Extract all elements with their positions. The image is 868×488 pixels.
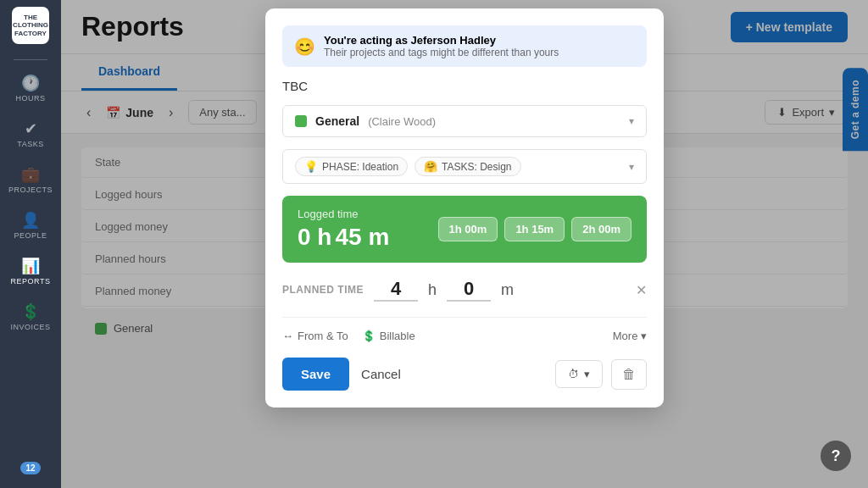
tags-chevron-icon: ▾ (629, 161, 634, 173)
logged-time-value: 0 h 45 m (298, 224, 389, 251)
timer-button[interactable]: ⏱ ▾ (555, 360, 603, 388)
logged-minutes: 45 m (335, 224, 389, 251)
planned-time-label: PLANNED TIME (282, 284, 364, 296)
timer-chevron-icon: ▾ (584, 368, 590, 380)
modal-overlay[interactable]: 😊 You're acting as Jeferson Hadley Their… (61, 0, 868, 488)
acting-as-banner: 😊 You're acting as Jeferson Hadley Their… (282, 25, 647, 67)
logged-time-section: Logged time 0 h 45 m 1h 00m 1h 15m 2h 00… (282, 196, 647, 263)
people-icon: 👤 (21, 211, 40, 230)
project-color-dot (295, 115, 307, 127)
acting-avatar: 😊 (294, 36, 315, 57)
project-chevron-icon: ▾ (629, 115, 634, 127)
planned-minutes-input[interactable] (447, 278, 491, 302)
cancel-button[interactable]: Cancel (358, 360, 404, 388)
tag-chip-phase: 💡 PHASE: Ideation (295, 157, 408, 176)
from-to-button[interactable]: ↔ From & To (282, 326, 348, 346)
planned-time-row: PLANNED TIME h m ✕ (282, 274, 647, 305)
tag-chip-tasks: 🤗 TASKS: Design (415, 157, 520, 176)
phase-label: PHASE: Ideation (322, 161, 398, 173)
acting-sub: Their projects and tags might be differe… (324, 47, 559, 58)
quick-time-2[interactable]: 1h 15m (504, 217, 565, 241)
options-row: ↔ From & To 💲 Billable More ▾ (282, 317, 647, 346)
logo[interactable]: THE CLOTHING FACTORY (12, 7, 49, 44)
timer-icon: ⏱ (568, 368, 579, 380)
planned-minutes-unit: m (501, 281, 514, 299)
project-sub: (Claire Wood) (368, 115, 436, 128)
tags-row[interactable]: 💡 PHASE: Ideation 🤗 TASKS: Design ▾ (282, 149, 647, 184)
tasks-tag-icon: 🤗 (424, 160, 437, 173)
hours-icon: 🕐 (21, 74, 40, 92)
phase-icon: 💡 (304, 160, 318, 173)
project-name: General (315, 114, 359, 128)
acting-name: You're acting as Jeferson Hadley (324, 34, 559, 47)
notification-badge[interactable]: 12 (20, 462, 40, 474)
more-button[interactable]: More ▾ (613, 330, 647, 342)
tbc-label: TBC (282, 79, 647, 93)
action-row: Save Cancel ⏱ ▾ 🗑 (282, 358, 647, 391)
sidebar-item-reports[interactable]: 📊 REPORTS (5, 250, 56, 292)
delete-button[interactable]: 🗑 (611, 359, 647, 390)
project-selector[interactable]: General (Claire Wood) ▾ (282, 105, 647, 137)
logged-time-label: Logged time (298, 208, 389, 220)
tasks-icon: ✔ (25, 119, 37, 138)
projects-icon: 💼 (21, 165, 40, 184)
sidebar: THE CLOTHING FACTORY 🕐 HOURS ✔ TASKS 💼 P… (0, 0, 61, 488)
from-to-label: From & To (298, 330, 348, 342)
reports-label: REPORTS (11, 277, 51, 286)
sidebar-item-invoices[interactable]: 💲 INVOICES (5, 296, 56, 338)
hours-label: HOURS (15, 94, 45, 103)
quick-time-1[interactable]: 1h 00m (438, 217, 498, 241)
modal: 😊 You're acting as Jeferson Hadley Their… (265, 8, 664, 408)
people-label: PEOPLE (14, 231, 47, 240)
main-content: Reports + New template Dashboard ‹ 📅 Jun… (61, 0, 868, 488)
planned-hours-unit: h (428, 281, 437, 299)
projects-label: PROJECTS (8, 186, 53, 194)
sidebar-item-hours[interactable]: 🕐 HOURS (5, 67, 56, 109)
billable-icon: 💲 (362, 330, 376, 342)
logged-hours: 0 h (298, 224, 331, 251)
invoices-icon: 💲 (21, 302, 40, 321)
tasks-tag-label: TASKS: Design (442, 161, 511, 173)
sidebar-item-tasks[interactable]: ✔ TASKS (5, 113, 56, 155)
quick-time-buttons: 1h 00m 1h 15m 2h 00m (438, 217, 632, 241)
billable-label: Billable (380, 330, 415, 342)
sidebar-divider (14, 59, 47, 60)
close-planned-button[interactable]: ✕ (636, 282, 647, 298)
invoices-label: INVOICES (10, 323, 50, 331)
save-button[interactable]: Save (282, 358, 349, 391)
sidebar-item-people[interactable]: 👤 PEOPLE (5, 204, 56, 247)
tasks-label: TASKS (17, 140, 43, 148)
planned-hours-input[interactable] (374, 278, 418, 302)
from-to-icon: ↔ (282, 330, 293, 342)
help-button[interactable]: ? (821, 441, 851, 471)
billable-button[interactable]: 💲 Billable (362, 326, 415, 346)
quick-time-3[interactable]: 2h 00m (571, 217, 632, 241)
reports-icon: 📊 (21, 257, 40, 275)
sidebar-item-projects[interactable]: 💼 PROJECTS (5, 158, 56, 201)
